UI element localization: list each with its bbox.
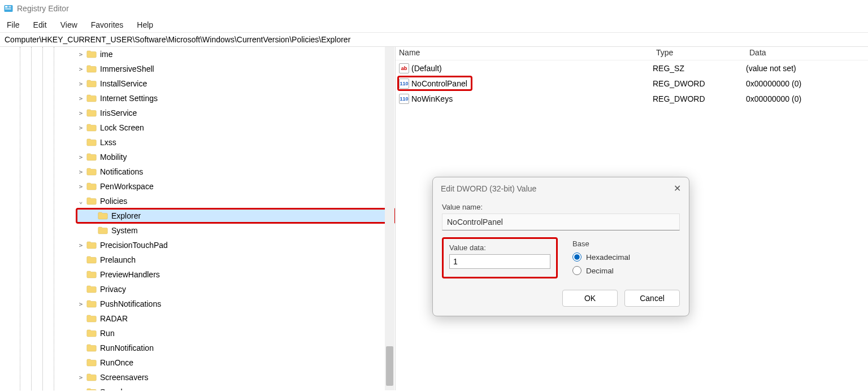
tree-item[interactable]: RunNotification: [76, 341, 395, 355]
tree-item-label: Internet Settings: [100, 94, 158, 103]
edit-dword-dialog: Edit DWORD (32-bit) Value ✕ Value name: …: [432, 177, 689, 316]
folder-icon: [86, 271, 97, 278]
radio-dec-input[interactable]: [572, 266, 581, 275]
value-name: (Default): [411, 64, 442, 73]
tree-item[interactable]: >Screensavers: [76, 370, 395, 385]
expand-icon[interactable]: >: [76, 66, 85, 73]
ok-button[interactable]: OK: [562, 290, 618, 307]
regedit-icon: [3, 3, 14, 14]
tree-item[interactable]: >ime: [76, 47, 395, 62]
tree-item[interactable]: Prelaunch: [76, 252, 395, 267]
tree-item-label: Explorer: [111, 211, 141, 220]
value-name: NoWinKeys: [411, 94, 453, 103]
tree-item[interactable]: >Mobility: [76, 150, 395, 164]
tree-item[interactable]: >Lock Screen: [76, 120, 395, 135]
base-label: Base: [572, 239, 630, 248]
col-header-name[interactable]: Name: [396, 47, 653, 60]
tree-item[interactable]: >PrecisionTouchPad: [76, 238, 395, 252]
value-row[interactable]: 110NoWinKeysREG_DWORD0x00000000 (0): [396, 91, 868, 106]
tree-item-label: RADAR: [100, 314, 128, 323]
folder-icon: [86, 256, 97, 264]
col-header-data[interactable]: Data: [746, 47, 868, 60]
expand-icon[interactable]: >: [76, 124, 85, 132]
value-data-label: Value data:: [449, 243, 550, 252]
expand-icon[interactable]: >: [76, 242, 85, 249]
tree-item-label: Mobility: [100, 153, 127, 162]
radio-hex[interactable]: Hexadecimal: [572, 252, 630, 262]
close-icon[interactable]: ✕: [674, 183, 681, 194]
expand-icon[interactable]: >: [76, 183, 85, 190]
tree-item[interactable]: Run: [76, 326, 395, 341]
tree-item-label: Lock Screen: [100, 123, 144, 132]
tree-item[interactable]: >Search: [76, 385, 395, 390]
tree-item[interactable]: System: [76, 223, 395, 238]
expand-icon[interactable]: >: [76, 80, 85, 88]
folder-icon: [86, 315, 97, 323]
expand-icon[interactable]: >: [76, 374, 85, 381]
tree-item[interactable]: >InstallService: [76, 76, 395, 91]
app-title: Registry Editor: [17, 4, 69, 13]
tree-item-label: PreviewHandlers: [100, 270, 160, 279]
tree-item[interactable]: ⌄Policies: [76, 194, 395, 208]
menu-help[interactable]: Help: [130, 18, 160, 32]
menu-favorites[interactable]: Favorites: [84, 18, 131, 32]
value-data-input[interactable]: [449, 254, 550, 269]
scroll-thumb[interactable]: [386, 346, 393, 386]
address-bar[interactable]: Computer\HKEY_CURRENT_USER\Software\Micr…: [0, 33, 868, 47]
value-row[interactable]: ab(Default)REG_SZ(value not set): [396, 60, 868, 76]
cancel-button[interactable]: Cancel: [624, 290, 680, 307]
tree-scrollbar[interactable]: [385, 47, 394, 390]
expand-icon[interactable]: >: [76, 168, 85, 176]
tree-item-label: RunOnce: [100, 358, 133, 367]
expand-icon[interactable]: >: [76, 51, 85, 58]
tree-item-label: PenWorkspace: [100, 182, 154, 191]
menu-edit[interactable]: Edit: [27, 18, 54, 32]
tree-item[interactable]: Privacy: [76, 282, 395, 297]
tree-item-label: IrisService: [100, 108, 137, 117]
dword-value-icon: 110: [399, 94, 409, 104]
tree-item[interactable]: >PenWorkspace: [76, 179, 395, 194]
tree-item[interactable]: RADAR: [76, 311, 395, 326]
folder-icon: [86, 109, 97, 117]
tree-item[interactable]: >Internet Settings: [76, 91, 395, 106]
dialog-title: Edit DWORD (32-bit) Value: [441, 184, 536, 193]
expand-icon[interactable]: >: [76, 389, 85, 391]
tree-item[interactable]: >ImmersiveShell: [76, 62, 395, 76]
menu-file[interactable]: File: [0, 18, 27, 32]
menu-view[interactable]: View: [54, 18, 84, 32]
tree-item[interactable]: Explorer: [76, 208, 395, 223]
string-value-icon: ab: [399, 63, 409, 73]
collapse-icon[interactable]: ⌄: [76, 198, 85, 205]
tree-item-label: Run: [100, 329, 115, 338]
folder-icon: [86, 241, 97, 249]
radio-hex-input[interactable]: [572, 252, 581, 262]
tree-item[interactable]: RunOnce: [76, 355, 395, 370]
folder-icon: [86, 373, 97, 381]
values-list: ab(Default)REG_SZ(value not set)110NoCon…: [396, 60, 868, 106]
folder-icon: [86, 94, 97, 102]
folder-icon: [98, 227, 108, 234]
tree-item[interactable]: Lxss: [76, 135, 395, 150]
tree-item-label: Prelaunch: [100, 255, 136, 264]
tree-item[interactable]: >IrisService: [76, 106, 395, 120]
col-header-type[interactable]: Type: [653, 47, 746, 60]
tree-item[interactable]: PreviewHandlers: [76, 267, 395, 282]
tree-item-label: Notifications: [100, 167, 143, 176]
expand-icon[interactable]: >: [76, 95, 85, 102]
value-type: REG_SZ: [653, 64, 746, 73]
tree-item-label: Search: [100, 387, 125, 390]
values-pane: Name Type Data ab(Default)REG_SZ(value n…: [396, 47, 868, 390]
tree-item-label: Lxss: [100, 138, 116, 147]
folder-icon: [86, 182, 97, 190]
expand-icon[interactable]: >: [76, 154, 85, 161]
tree-item[interactable]: >Notifications: [76, 164, 395, 179]
registry-tree[interactable]: >ime>ImmersiveShell>InstallService>Inter…: [0, 47, 395, 390]
value-name: NoControlPanel: [411, 79, 467, 88]
expand-icon[interactable]: >: [76, 110, 85, 117]
expand-icon[interactable]: >: [76, 300, 85, 308]
radio-dec[interactable]: Decimal: [572, 266, 630, 275]
folder-icon: [86, 285, 97, 293]
tree-pane: >ime>ImmersiveShell>InstallService>Inter…: [0, 47, 396, 390]
value-row[interactable]: 110NoControlPanelREG_DWORD0x00000000 (0): [396, 76, 868, 91]
tree-item[interactable]: >PushNotifications: [76, 297, 395, 311]
